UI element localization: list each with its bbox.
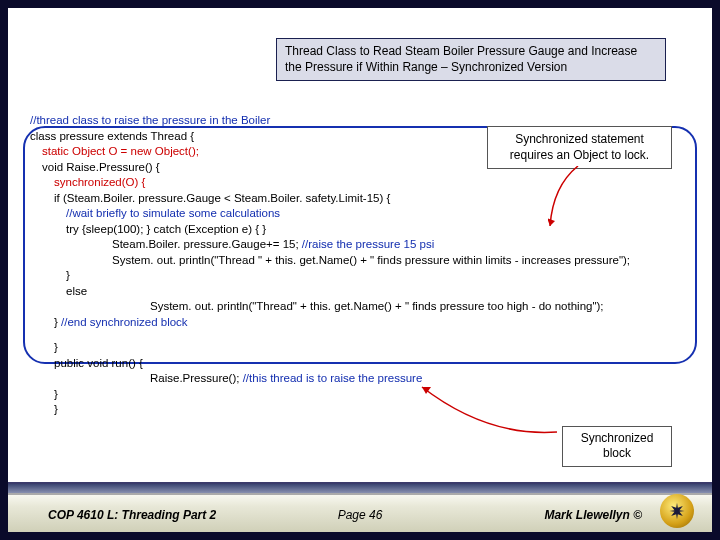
slide: Thread Class to Read Steam Boiler Pressu… (8, 8, 712, 532)
annotation-sync-object: Synchronized statement requires an Objec… (487, 126, 672, 169)
code-line: //wait briefly to simulate some calculat… (66, 206, 690, 222)
annotation-text: Synchronized statement requires an Objec… (510, 132, 649, 162)
code-line: } //end synchronized block (54, 315, 690, 331)
title-box: Thread Class to Read Steam Boiler Pressu… (276, 38, 666, 81)
footer-bar: COP 4610 L: Threading Part 2 Page 46 Mar… (8, 494, 712, 532)
code-line: } (66, 268, 690, 284)
code-line: Steam.Boiler. pressure.Gauge+= 15; //rai… (112, 237, 690, 253)
code-line: System. out. println("Thread " + this. g… (112, 253, 690, 269)
code-line: try {sleep(100); } catch (Exception e) {… (66, 222, 690, 238)
ucf-logo-icon (660, 494, 694, 528)
arrow-icon (417, 382, 557, 442)
code-line: public void run() { (54, 356, 690, 372)
code-line: } (54, 387, 690, 403)
code-line: synchronized(O) { (54, 175, 690, 191)
annotation-text: Synchronized block (581, 431, 654, 461)
arrow-icon (548, 166, 588, 236)
code-line: System. out. println("Thread" + this. ge… (150, 299, 690, 315)
code-line: } (54, 340, 690, 356)
code-line: } (54, 402, 690, 418)
annotation-sync-block: Synchronized block (562, 426, 672, 467)
title-text: Thread Class to Read Steam Boiler Pressu… (285, 44, 637, 74)
code-line: if (Steam.Boiler. pressure.Gauge < Steam… (54, 191, 690, 207)
footer-author: Mark Llewellyn © (544, 508, 642, 522)
footer-divider (8, 482, 712, 494)
code-line: else (66, 284, 690, 300)
